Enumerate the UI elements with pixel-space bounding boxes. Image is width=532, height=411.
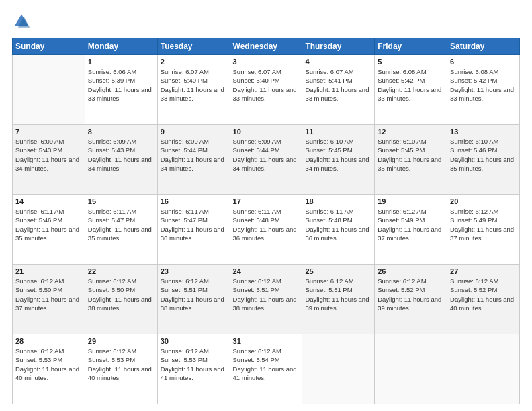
day-number: 4: [305, 58, 371, 66]
calendar-day-cell: [447, 334, 520, 404]
calendar-day-cell: 28Sunrise: 6:12 AMSunset: 5:53 PMDayligh…: [13, 334, 85, 404]
day-info: Sunrise: 6:11 AMSunset: 5:48 PMDaylight:…: [305, 207, 371, 242]
calendar-day-cell: 23Sunrise: 6:12 AMSunset: 5:51 PMDayligh…: [157, 265, 230, 334]
calendar-day-cell: 8Sunrise: 6:09 AMSunset: 5:43 PMDaylight…: [85, 125, 157, 195]
calendar-header-row: SundayMondayTuesdayWednesdayThursdayFrid…: [13, 38, 520, 55]
calendar-day-cell: 17Sunrise: 6:11 AMSunset: 5:48 PMDayligh…: [230, 195, 302, 265]
day-number: 27: [450, 267, 517, 275]
calendar-day-cell: 21Sunrise: 6:12 AMSunset: 5:50 PMDayligh…: [13, 265, 85, 334]
calendar-day-cell: 3Sunrise: 6:07 AMSunset: 5:40 PMDaylight…: [230, 55, 302, 125]
day-number: 1: [88, 58, 154, 66]
day-info: Sunrise: 6:09 AMSunset: 5:44 PMDaylight:…: [161, 137, 227, 173]
calendar-day-cell: 4Sunrise: 6:07 AMSunset: 5:41 PMDaylight…: [302, 55, 375, 125]
day-number: 5: [378, 58, 444, 66]
weekday-header: Monday: [85, 38, 157, 55]
day-number: 14: [15, 197, 82, 205]
calendar-day-cell: 10Sunrise: 6:09 AMSunset: 5:44 PMDayligh…: [230, 125, 302, 195]
day-number: 16: [161, 197, 227, 205]
day-number: 10: [233, 128, 300, 136]
day-info: Sunrise: 6:07 AMSunset: 5:40 PMDaylight:…: [161, 67, 227, 103]
calendar-day-cell: 22Sunrise: 6:12 AMSunset: 5:50 PMDayligh…: [85, 265, 157, 334]
calendar-day-cell: 24Sunrise: 6:12 AMSunset: 5:51 PMDayligh…: [230, 265, 302, 334]
calendar-day-cell: 6Sunrise: 6:08 AMSunset: 5:42 PMDaylight…: [447, 55, 520, 125]
day-number: 31: [233, 337, 300, 345]
calendar-day-cell: 25Sunrise: 6:12 AMSunset: 5:51 PMDayligh…: [302, 265, 375, 334]
day-info: Sunrise: 6:07 AMSunset: 5:40 PMDaylight:…: [233, 67, 300, 103]
calendar-day-cell: 30Sunrise: 6:12 AMSunset: 5:53 PMDayligh…: [157, 334, 230, 404]
calendar-day-cell: 14Sunrise: 6:11 AMSunset: 5:46 PMDayligh…: [13, 195, 85, 265]
weekday-header: Sunday: [13, 38, 85, 55]
calendar-day-cell: [13, 55, 85, 125]
day-number: 26: [378, 267, 444, 275]
day-number: 12: [378, 128, 444, 136]
day-number: 20: [450, 197, 517, 205]
day-number: 30: [161, 337, 227, 345]
day-number: 23: [161, 267, 227, 275]
day-info: Sunrise: 6:07 AMSunset: 5:41 PMDaylight:…: [305, 67, 371, 103]
calendar-week-row: 14Sunrise: 6:11 AMSunset: 5:46 PMDayligh…: [13, 195, 520, 265]
day-info: Sunrise: 6:11 AMSunset: 5:46 PMDaylight:…: [15, 207, 82, 242]
weekday-header: Saturday: [447, 38, 520, 55]
day-info: Sunrise: 6:12 AMSunset: 5:51 PMDaylight:…: [233, 277, 300, 312]
day-number: 19: [378, 197, 444, 205]
calendar-day-cell: 5Sunrise: 6:08 AMSunset: 5:42 PMDaylight…: [375, 55, 447, 125]
weekday-header: Tuesday: [157, 38, 230, 55]
day-info: Sunrise: 6:12 AMSunset: 5:53 PMDaylight:…: [88, 347, 154, 382]
day-info: Sunrise: 6:12 AMSunset: 5:49 PMDaylight:…: [450, 207, 517, 242]
calendar-day-cell: 20Sunrise: 6:12 AMSunset: 5:49 PMDayligh…: [447, 195, 520, 265]
day-info: Sunrise: 6:11 AMSunset: 5:48 PMDaylight:…: [233, 207, 300, 242]
calendar-week-row: 21Sunrise: 6:12 AMSunset: 5:50 PMDayligh…: [13, 265, 520, 334]
calendar-day-cell: 18Sunrise: 6:11 AMSunset: 5:48 PMDayligh…: [302, 195, 375, 265]
calendar-day-cell: 19Sunrise: 6:12 AMSunset: 5:49 PMDayligh…: [375, 195, 447, 265]
day-number: 25: [305, 267, 371, 275]
calendar-day-cell: 13Sunrise: 6:10 AMSunset: 5:46 PMDayligh…: [447, 125, 520, 195]
day-info: Sunrise: 6:12 AMSunset: 5:51 PMDaylight:…: [161, 277, 227, 312]
calendar-day-cell: 1Sunrise: 6:06 AMSunset: 5:39 PMDaylight…: [85, 55, 157, 125]
day-info: Sunrise: 6:12 AMSunset: 5:52 PMDaylight:…: [450, 277, 517, 312]
day-info: Sunrise: 6:08 AMSunset: 5:42 PMDaylight:…: [378, 67, 444, 103]
weekday-header: Thursday: [302, 38, 375, 55]
calendar-table: SundayMondayTuesdayWednesdayThursdayFrid…: [12, 38, 520, 404]
day-number: 3: [233, 58, 300, 66]
day-info: Sunrise: 6:12 AMSunset: 5:53 PMDaylight:…: [15, 347, 82, 382]
day-number: 22: [88, 267, 154, 275]
day-info: Sunrise: 6:12 AMSunset: 5:53 PMDaylight:…: [161, 347, 227, 382]
day-info: Sunrise: 6:12 AMSunset: 5:49 PMDaylight:…: [378, 207, 444, 242]
calendar-day-cell: 27Sunrise: 6:12 AMSunset: 5:52 PMDayligh…: [447, 265, 520, 334]
calendar-day-cell: 2Sunrise: 6:07 AMSunset: 5:40 PMDaylight…: [157, 55, 230, 125]
day-number: 18: [305, 197, 371, 205]
day-info: Sunrise: 6:12 AMSunset: 5:50 PMDaylight:…: [88, 277, 154, 312]
calendar-day-cell: 16Sunrise: 6:11 AMSunset: 5:47 PMDayligh…: [157, 195, 230, 265]
day-number: 17: [233, 197, 300, 205]
day-number: 6: [450, 58, 517, 66]
calendar-day-cell: 7Sunrise: 6:09 AMSunset: 5:43 PMDaylight…: [13, 125, 85, 195]
calendar-week-row: 1Sunrise: 6:06 AMSunset: 5:39 PMDaylight…: [13, 55, 520, 125]
calendar-day-cell: 15Sunrise: 6:11 AMSunset: 5:47 PMDayligh…: [85, 195, 157, 265]
day-info: Sunrise: 6:10 AMSunset: 5:46 PMDaylight:…: [450, 137, 517, 173]
day-number: 7: [15, 128, 82, 136]
day-number: 21: [15, 267, 82, 275]
day-info: Sunrise: 6:09 AMSunset: 5:43 PMDaylight:…: [15, 137, 82, 173]
day-info: Sunrise: 6:08 AMSunset: 5:42 PMDaylight:…: [450, 67, 517, 103]
day-info: Sunrise: 6:12 AMSunset: 5:51 PMDaylight:…: [305, 277, 371, 312]
day-info: Sunrise: 6:09 AMSunset: 5:43 PMDaylight:…: [88, 137, 154, 173]
day-info: Sunrise: 6:11 AMSunset: 5:47 PMDaylight:…: [88, 207, 154, 242]
day-number: 8: [88, 128, 154, 136]
day-number: 11: [305, 128, 371, 136]
logo-icon: [12, 12, 31, 31]
calendar-day-cell: 29Sunrise: 6:12 AMSunset: 5:53 PMDayligh…: [85, 334, 157, 404]
day-number: 29: [88, 337, 154, 345]
day-number: 9: [161, 128, 227, 136]
calendar-week-row: 7Sunrise: 6:09 AMSunset: 5:43 PMDaylight…: [13, 125, 520, 195]
day-info: Sunrise: 6:10 AMSunset: 5:45 PMDaylight:…: [305, 137, 371, 173]
calendar-day-cell: [302, 334, 375, 404]
day-number: 28: [15, 337, 82, 345]
page: SundayMondayTuesdayWednesdayThursdayFrid…: [0, 0, 532, 411]
calendar-day-cell: 11Sunrise: 6:10 AMSunset: 5:45 PMDayligh…: [302, 125, 375, 195]
day-number: 13: [450, 128, 517, 136]
day-number: 15: [88, 197, 154, 205]
header: [12, 12, 520, 31]
calendar-day-cell: 9Sunrise: 6:09 AMSunset: 5:44 PMDaylight…: [157, 125, 230, 195]
calendar-day-cell: 31Sunrise: 6:12 AMSunset: 5:54 PMDayligh…: [230, 334, 302, 404]
day-info: Sunrise: 6:10 AMSunset: 5:45 PMDaylight:…: [378, 137, 444, 173]
